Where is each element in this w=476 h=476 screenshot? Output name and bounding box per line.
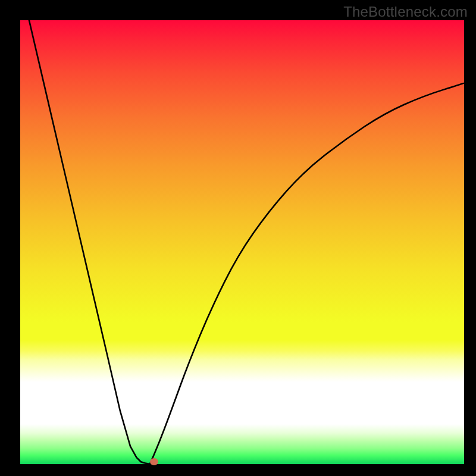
plot-area: [20, 20, 464, 464]
bottleneck-curve-left: [29, 20, 150, 464]
bottleneck-curve-right: [150, 83, 464, 464]
curve-svg: [20, 20, 464, 464]
optimum-marker: [150, 458, 158, 465]
watermark-text: TheBottleneck.com: [343, 4, 468, 20]
chart-frame: TheBottleneck.com: [0, 0, 476, 476]
